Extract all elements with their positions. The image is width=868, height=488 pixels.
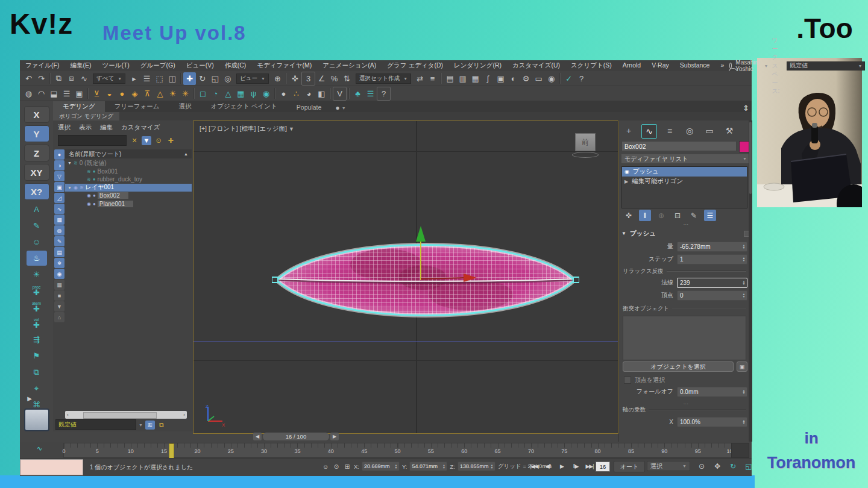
- ribbon-toggle-icon[interactable]: ▦: [469, 72, 482, 85]
- list-teal-icon[interactable]: ☰: [364, 87, 377, 100]
- spinner-snap-icon[interactable]: ⇅: [341, 72, 353, 85]
- transform-x-field[interactable]: 20.669mm▲▼: [362, 461, 400, 471]
- window-crossing-icon[interactable]: ◫: [166, 72, 178, 85]
- create-tab[interactable]: +: [621, 124, 636, 137]
- select-and-scale-icon[interactable]: ◱: [209, 72, 221, 85]
- filter-basket-icon[interactable]: ⌂: [54, 312, 64, 322]
- transform-z-field[interactable]: 138.855mm▲▼: [458, 461, 495, 471]
- lock-icon[interactable]: ⊙: [332, 463, 341, 470]
- forest-icon[interactable]: ♣: [351, 87, 364, 100]
- playhead[interactable]: [169, 443, 174, 458]
- motion-tab[interactable]: ◎: [682, 124, 697, 137]
- explorer-sort-header[interactable]: 名前(昇順でソート) ▲: [65, 149, 192, 158]
- pin-stack-icon[interactable]: ✜: [623, 210, 635, 221]
- filter-xrefs-icon[interactable]: ◍: [54, 225, 64, 236]
- expander-icon[interactable]: ▶: [624, 179, 628, 184]
- vol-button[interactable]: vol✚: [27, 316, 47, 331]
- play-button[interactable]: ▶: [556, 461, 568, 471]
- viewcube-ring[interactable]: [572, 152, 599, 158]
- pick-object-button[interactable]: オブジェクトを選択: [623, 361, 734, 372]
- explorer-menu-表示[interactable]: 表示: [79, 124, 92, 132]
- transform-x-spinner[interactable]: ▲▼: [393, 464, 399, 469]
- target-light-icon[interactable]: ⊻: [90, 87, 103, 100]
- menu-item-r[interactable]: レンダリング(R): [448, 61, 507, 70]
- named-selection-dropdown[interactable]: 選択セット作成▼: [356, 74, 411, 84]
- auto-key-button[interactable]: オート: [614, 461, 645, 472]
- scroll-right-icon[interactable]: ›: [183, 412, 185, 418]
- windows-button[interactable]: ⧉: [27, 364, 47, 380]
- normals-field[interactable]: 239▲▼: [677, 278, 747, 288]
- check-icon[interactable]: ✓: [562, 72, 575, 85]
- filter-cameras-icon[interactable]: ▣: [54, 182, 64, 192]
- eye-icon[interactable]: ◉: [87, 201, 91, 207]
- ribbon-extra-button[interactable]: ⏺▼: [336, 104, 345, 112]
- pan-icon[interactable]: ✥: [712, 461, 723, 471]
- axis-x-field[interactable]: 100.0%▲▼: [677, 417, 747, 427]
- user-caret-icon[interactable]: ▼: [764, 64, 768, 68]
- undo-icon[interactable]: ↶: [22, 72, 35, 85]
- menu-item-v[interactable]: ビュー(V): [181, 61, 219, 70]
- xy-axis-button[interactable]: XY: [24, 164, 49, 181]
- select-and-place-icon[interactable]: ◎: [221, 72, 234, 85]
- spinner-down-icon[interactable]: ▼: [743, 392, 746, 395]
- strip-big-button[interactable]: [24, 408, 49, 431]
- explorer-menu-編集[interactable]: 編集: [100, 124, 113, 132]
- unlink-selection-icon[interactable]: ⧈: [65, 72, 78, 85]
- help-icon[interactable]: ?: [575, 72, 588, 85]
- filter-geometry-icon[interactable]: ●: [54, 149, 64, 160]
- menu-item-d[interactable]: グラフ エディタ(D): [382, 61, 448, 70]
- maximize-viewport-icon[interactable]: ◱: [743, 461, 754, 471]
- explorer-search-input[interactable]: [58, 135, 127, 146]
- box001-row[interactable]: ≋●Box001: [65, 167, 192, 176]
- menu-item-substance[interactable]: Substance: [675, 61, 715, 70]
- sphere-primitive-icon[interactable]: ◔: [209, 87, 222, 100]
- filter-lights-icon[interactable]: ▽: [54, 171, 64, 181]
- vessel-icon[interactable]: ◍: [22, 87, 35, 100]
- plane001-row[interactable]: ◉●Plane001: [65, 200, 192, 208]
- expander-icon[interactable]: ▼: [68, 161, 74, 165]
- mirror-icon[interactable]: ⇄: [414, 72, 426, 85]
- default-set-caret-icon[interactable]: ▼: [139, 423, 143, 427]
- ribbon-tab-選択[interactable]: 選択: [169, 101, 201, 112]
- menu-item-[interactable]: »: [715, 61, 729, 70]
- menu-item-arnold[interactable]: Arnold: [617, 61, 646, 70]
- eye-icon[interactable]: ◉: [624, 169, 629, 175]
- list-tool-icon[interactable]: ☰: [60, 87, 73, 100]
- workspace-dropdown[interactable]: 既定値 ▼: [787, 61, 865, 70]
- falloff-field[interactable]: 0.0mm▲▼: [677, 387, 747, 397]
- z-axis-button[interactable]: Z: [24, 145, 49, 161]
- rubber-duck-toy-row[interactable]: ≋●rubber_duck_toy: [65, 175, 192, 184]
- box-primitive-icon[interactable]: ◻: [197, 87, 209, 100]
- select-and-link-icon[interactable]: ⧉: [52, 72, 65, 85]
- hierarchy-view-icon[interactable]: ⧉: [157, 421, 166, 430]
- viewcube-front-face[interactable]: 前: [575, 133, 596, 151]
- layer-0-row[interactable]: ▼≋0 (既定値): [65, 159, 192, 167]
- help-circle-icon[interactable]: ?: [377, 87, 391, 101]
- filter-bones-icon[interactable]: ✎: [54, 236, 64, 246]
- display-tab[interactable]: ▭: [702, 124, 717, 137]
- previous-frame-button[interactable]: ◀‖: [542, 461, 554, 471]
- box002-row[interactable]: ◉●Box002: [65, 192, 192, 200]
- amount-field[interactable]: -65.278mm▲▼: [677, 242, 747, 252]
- remove-modifier-icon[interactable]: ⊟: [671, 210, 684, 221]
- filter-helpers-icon[interactable]: ◿: [54, 193, 64, 203]
- free-light-icon[interactable]: △: [154, 87, 166, 100]
- steps-spinner[interactable]: ▲▼: [741, 257, 747, 262]
- menu-item-vray[interactable]: V-Ray: [646, 61, 675, 70]
- fluid-icon[interactable]: ◉: [260, 87, 272, 100]
- clear-pick-button[interactable]: ▣: [737, 361, 747, 372]
- panel-a-button[interactable]: A: [27, 202, 47, 217]
- time-ruler[interactable]: 0510152025303540455055606570758085909510…: [63, 443, 732, 458]
- transform-z-spinner[interactable]: ▲▼: [489, 464, 495, 469]
- eye-icon[interactable]: ◉: [87, 193, 91, 198]
- use-pivot-center-icon[interactable]: ⊕: [271, 72, 284, 85]
- hands-button[interactable]: ⇶: [27, 332, 47, 347]
- schematic-view-icon[interactable]: ▣: [494, 72, 507, 85]
- select-and-move-icon[interactable]: ✚: [183, 72, 196, 85]
- spinner-down-icon[interactable]: ▼: [490, 466, 493, 469]
- zoom-icon[interactable]: ⊙: [696, 461, 707, 471]
- scroll-left-icon[interactable]: ‹: [67, 412, 69, 418]
- ribbon-tab-オブジェクト ペイント[interactable]: オブジェクト ペイント: [201, 101, 286, 112]
- cone-primitive-icon[interactable]: △: [222, 87, 234, 100]
- filter-hidden-icon[interactable]: ◉: [54, 269, 64, 279]
